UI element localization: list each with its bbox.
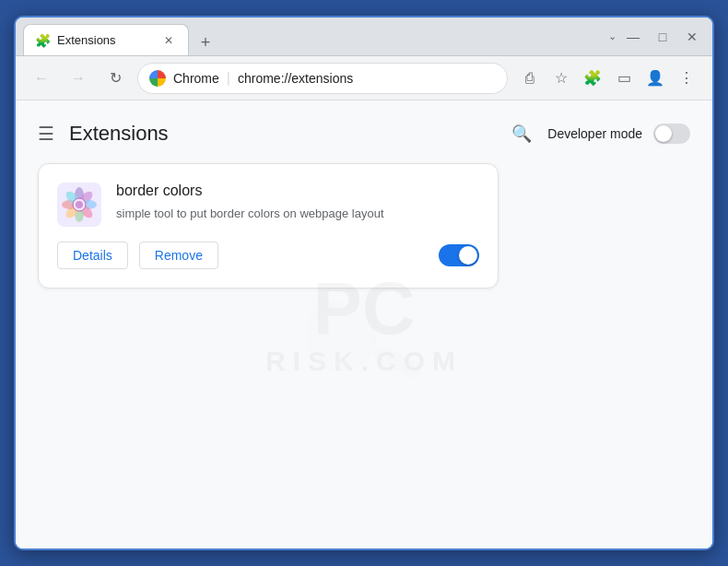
share-button[interactable]: ⎙ (515, 64, 545, 93)
new-tab-button[interactable]: + (193, 29, 218, 55)
watermark-magnifier-icon: 🔍 (288, 274, 433, 416)
extension-enable-toggle[interactable] (439, 244, 479, 266)
profile-button[interactable]: 👤 (640, 64, 670, 93)
address-url-text: chrome://extensions (238, 71, 353, 86)
developer-mode-toggle[interactable] (653, 124, 690, 144)
address-bar[interactable]: Chrome | chrome://extensions (137, 63, 508, 94)
tab-close-button[interactable]: ✕ (160, 32, 177, 49)
forward-button[interactable]: → (64, 64, 93, 93)
reload-button[interactable]: ↻ (100, 64, 130, 93)
watermark-risk-text: RISK.COM (265, 346, 463, 377)
remove-button[interactable]: Remove (139, 242, 218, 269)
svg-point-10 (76, 201, 83, 208)
extensions-title-group: ☰ Extensions (38, 122, 169, 146)
site-name-text: Chrome (173, 71, 219, 86)
extension-name: border colors (116, 183, 479, 199)
extension-info: border colors simple tool to put border … (116, 183, 479, 223)
extensions-button[interactable]: 🧩 (578, 64, 607, 93)
address-divider: | (227, 70, 230, 87)
developer-mode-label: Developer mode (547, 126, 642, 141)
details-button[interactable]: Details (57, 242, 128, 269)
close-button[interactable]: ✕ (679, 24, 705, 50)
extension-card: border colors simple tool to put border … (38, 163, 499, 289)
page-title: Extensions (69, 122, 169, 146)
page-content: 🔍 PC RISK.COM ☰ Extensions 🔍 Developer m… (16, 100, 712, 548)
extension-description: simple tool to put border colors on webp… (116, 205, 479, 223)
extension-top: border colors simple tool to put border … (57, 183, 479, 227)
tab-favicon: 🧩 (35, 33, 50, 48)
active-tab[interactable]: 🧩 Extensions ✕ (23, 24, 189, 55)
bookmark-button[interactable]: ☆ (546, 64, 576, 93)
extension-actions: Details Remove (57, 242, 479, 269)
menu-hamburger-icon[interactable]: ☰ (38, 123, 54, 145)
chevron-down-icon: ⌄ (608, 30, 616, 42)
sidebar-button[interactable]: ▭ (609, 64, 639, 93)
window-controls: ⌄ — □ ✕ (608, 24, 705, 50)
tab-area: 🧩 Extensions ✕ + (23, 18, 608, 55)
developer-mode-toggle-knob (655, 125, 672, 142)
browser-window: 🧩 Extensions ✕ + ⌄ — □ ✕ ← → ↻ Chrome | … (14, 16, 714, 550)
chrome-icon (149, 70, 166, 87)
header-right: 🔍 Developer mode (507, 119, 690, 148)
search-button[interactable]: 🔍 (507, 119, 536, 148)
maximize-button[interactable]: □ (650, 24, 675, 50)
minimize-button[interactable]: — (620, 24, 646, 50)
extensions-header: ☰ Extensions 🔍 Developer mode (16, 100, 712, 163)
title-bar: 🧩 Extensions ✕ + ⌄ — □ ✕ (16, 18, 712, 56)
menu-button[interactable]: ⋮ (672, 64, 701, 93)
toolbar: ← → ↻ Chrome | chrome://extensions ⎙ ☆ 🧩… (16, 56, 712, 100)
extensions-list: border colors simple tool to put border … (16, 163, 712, 289)
toolbar-actions: ⎙ ☆ 🧩 ▭ 👤 ⋮ (515, 64, 701, 93)
back-button[interactable]: ← (27, 64, 56, 93)
extension-icon (57, 183, 101, 227)
tab-title: Extensions (57, 33, 153, 47)
extension-toggle-knob (459, 246, 477, 265)
